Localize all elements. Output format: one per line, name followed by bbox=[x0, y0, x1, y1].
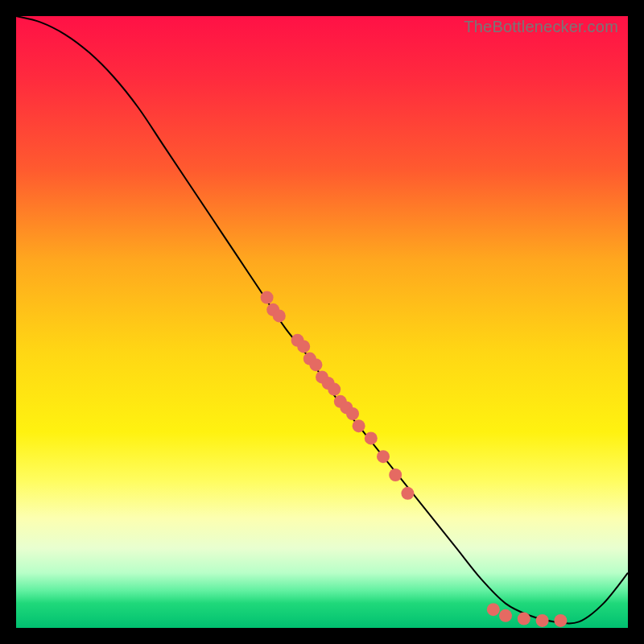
data-point bbox=[346, 407, 359, 420]
data-point bbox=[554, 614, 567, 627]
data-point bbox=[328, 383, 341, 396]
data-point bbox=[377, 450, 390, 463]
data-point bbox=[365, 431, 378, 444]
bottleneck-curve bbox=[16, 16, 628, 623]
data-point bbox=[297, 340, 310, 353]
data-point bbox=[487, 603, 500, 616]
data-point bbox=[536, 614, 549, 627]
data-point bbox=[261, 291, 274, 304]
data-point bbox=[273, 309, 286, 322]
outer-frame: TheBottlenecker.com bbox=[0, 0, 644, 644]
data-point bbox=[518, 613, 530, 625]
data-point bbox=[401, 487, 414, 500]
data-point bbox=[499, 609, 512, 622]
data-point bbox=[353, 419, 365, 432]
data-point bbox=[309, 358, 322, 371]
plot-area: TheBottlenecker.com bbox=[16, 16, 628, 628]
chart-svg bbox=[16, 16, 628, 628]
data-point bbox=[389, 469, 402, 481]
data-points bbox=[261, 291, 568, 627]
